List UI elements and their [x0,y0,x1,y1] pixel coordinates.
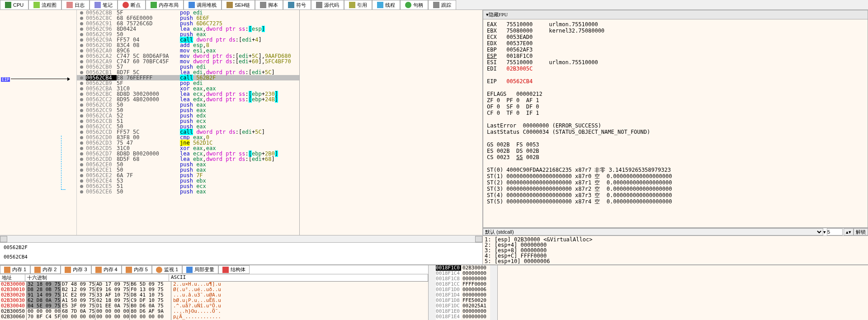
breakpoint-dot-icon[interactable] [77,15,86,21]
breakpoint-dot-icon[interactable] [77,151,86,156]
convention-select[interactable]: 默认 (stdcall) [483,228,823,235]
breakpoint-dot-icon[interactable] [77,113,86,118]
tab-断点[interactable]: 断点 [118,0,146,9]
breakpoint-dot-icon[interactable] [77,140,86,146]
bottom-extra [497,265,868,320]
memory-dump[interactable]: 02B3000032 18 09 75D7 48 09 75AD 17 09 7… [0,282,428,320]
registers-panel: ▾ 隐藏FPU EAX 75510000 urlmon.75510000 EBX… [483,10,868,228]
registers-body[interactable]: EAX 75510000 urlmon.75510000 EBX 7508000… [483,19,868,227]
mem-tab-局部变量[interactable]: 局部变量 [182,265,218,274]
mem-tab-结构体[interactable]: 结构体 [218,265,250,274]
tab-符号[interactable]: 符号 [283,0,311,9]
breakpoint-dot-icon[interactable] [77,178,86,184]
breakpoint-dot-icon[interactable] [77,37,86,42]
breakpoint-dot-icon[interactable] [77,64,86,70]
disasm-info-bar: 00562B2F 00562CB4 [0,242,482,265]
disasm-row[interactable]: 00562CE650push eax [77,189,299,194]
tab-笔记[interactable]: 笔记 [90,0,118,9]
stack-args-view[interactable]: 1: [esp] 02B30000 <&VirtualAlloc> 2: [es… [483,236,868,265]
breakpoint-dot-icon[interactable] [77,162,86,167]
breakpoint-dot-icon[interactable] [77,173,86,178]
breakpoint-dot-icon[interactable] [77,129,86,135]
breakpoint-dot-icon[interactable] [77,118,86,124]
disasm-hscroll[interactable] [0,235,482,242]
jump-line-icon [61,136,66,190]
i-ref-icon [349,2,355,8]
tab-源代码[interactable]: 源代码 [311,0,344,9]
i-sym-icon [288,2,294,8]
tab-调用堆栈[interactable]: 调用堆栈 [184,0,222,9]
tab-句柄[interactable]: 句柄 [400,0,428,9]
fpu-toggle[interactable]: ▾ 隐藏FPU [483,10,868,19]
breakpoint-dot-icon[interactable] [77,53,86,59]
i-trace-icon [433,2,439,8]
mem-tab-内存 1[interactable]: 内存 1 [0,265,30,274]
stack-vscroll[interactable] [490,265,497,320]
breakpoint-dot-icon[interactable] [77,59,86,64]
i-dump-icon [34,267,41,273]
breakpoint-dot-icon[interactable] [77,10,86,15]
breakpoint-dot-icon[interactable] [77,91,86,97]
i-log-icon [66,2,73,8]
i-thread-icon [377,2,383,8]
breakpoint-dot-icon[interactable] [77,97,86,102]
i-mem-icon [151,2,157,8]
tab-流程图[interactable]: 流程图 [28,0,61,9]
scroll-right-icon[interactable] [475,236,482,242]
i-note-icon [94,2,101,8]
breakpoint-dot-icon[interactable] [77,167,86,173]
i-seh-icon [226,2,233,8]
mem-tab-内存 3[interactable]: 内存 3 [61,265,91,274]
i-dump-icon [126,267,132,273]
tab-日志[interactable]: 日志 [61,0,90,9]
breakpoint-dot-icon[interactable] [77,21,86,26]
breakpoint-dot-icon[interactable] [77,48,86,53]
breakpoint-dot-icon[interactable] [77,102,86,108]
eip-indicator: EIP [1,77,10,82]
scroll-left-icon[interactable] [0,236,7,242]
mem-tab-内存 5[interactable]: 内存 5 [122,265,152,274]
breakpoint-dot-icon[interactable] [77,86,86,91]
mem-tab-内存 2[interactable]: 内存 2 [30,265,61,274]
mem-vscroll[interactable] [429,265,436,320]
i-struct-icon [222,267,229,273]
mem-tab-监视 1[interactable]: 监视 1 [152,265,182,274]
breakpoint-dot-icon[interactable] [77,146,86,151]
breakpoint-dot-icon[interactable] [77,26,86,32]
breakpoint-dot-icon[interactable] [77,189,86,194]
eip-arrow-icon [11,79,70,79]
tab-内存布局[interactable]: 内存布局 [146,0,184,9]
tab-脚本[interactable]: 脚本 [255,0,283,9]
arg-count-input[interactable] [827,228,843,235]
i-src-icon [316,2,322,8]
stack-row[interactable]: 0018F1E400000000 [436,314,490,320]
disassembly-view[interactable]: 00562C8B5Fpop edi00562C8C68 6F6E0000push… [77,10,299,235]
breakpoint-dot-icon[interactable] [77,135,86,140]
disasm-comments[interactable] [299,10,482,235]
i-cpu-icon [5,2,11,8]
tab-CPU[interactable]: CPU [0,0,28,9]
breakpoint-dot-icon[interactable] [77,156,86,162]
breakpoint-dot-icon[interactable] [77,108,86,113]
tab-引用[interactable]: 引用 [344,0,372,9]
tab-线程[interactable]: 线程 [372,0,400,9]
count-spinner[interactable]: ▴▾ [844,228,854,235]
stack-panel[interactable]: 0018F1C002B300000018F1C4000000000018F1C8… [436,265,490,320]
unlock-button[interactable]: 解锁 [854,228,868,235]
breakpoint-dot-icon[interactable] [77,70,86,75]
breakpoint-dot-icon[interactable] [77,80,86,86]
i-dump-icon [65,267,71,273]
breakpoint-dot-icon[interactable] [77,75,86,80]
breakpoint-dot-icon[interactable] [77,124,86,129]
tab-SEH链[interactable]: SEH链 [222,0,255,9]
i-call-icon [189,2,195,8]
chevron-down-icon[interactable]: ▾ [823,229,826,235]
breakpoint-dot-icon[interactable] [77,32,86,37]
mem-tab-内存 4[interactable]: 内存 4 [91,265,122,274]
breakpoint-dot-icon[interactable] [77,42,86,48]
i-flow-icon [33,2,40,8]
i-bp-icon [123,2,129,8]
tab-跟踪[interactable]: 跟踪 [428,0,456,9]
i-script-icon [260,2,266,8]
breakpoint-dot-icon[interactable] [77,184,86,189]
